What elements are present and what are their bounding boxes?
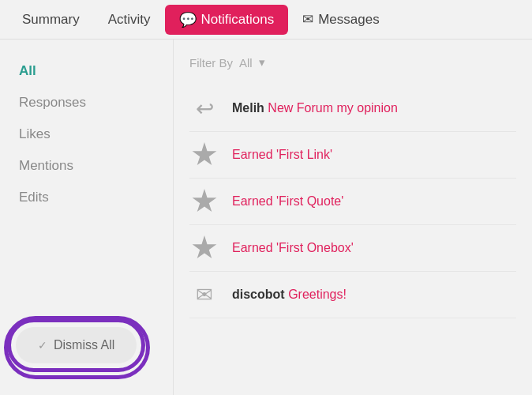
top-nav: Summary Activity 💬 Notifications ✉ Messa…: [0, 0, 532, 40]
reply-icon: [189, 93, 219, 123]
dismiss-all-label: Dismiss All: [54, 338, 114, 352]
sidebar: All Responses Likes Mentions Edits ✓ Dis…: [0, 40, 174, 395]
notification-discobot[interactable]: ✉ discobot Greetings!: [189, 272, 516, 318]
badge-icon-1: [189, 140, 219, 170]
notification-badge-first-quote[interactable]: Earned 'First Quote': [189, 179, 516, 225]
discobot-message: Greetings!: [288, 288, 347, 301]
tab-summary[interactable]: Summary: [8, 6, 94, 34]
notif-forum-text: New Forum my opinion: [268, 101, 398, 115]
notification-reply[interactable]: Melih New Forum my opinion: [189, 85, 516, 132]
notif-badge-text-1: Earned 'First Link': [232, 148, 332, 162]
sidebar-item-responses[interactable]: Responses: [0, 87, 173, 118]
sidebar-item-all[interactable]: All: [0, 55, 173, 87]
dismiss-all-button[interactable]: ✓ Dismiss All: [16, 327, 137, 363]
star-shape-icon-3: [192, 235, 217, 261]
notif-reply-text: Melih New Forum my opinion: [232, 101, 398, 115]
tab-notifications[interactable]: 💬 Notifications: [165, 5, 289, 35]
envelope-shape-icon: ✉: [196, 283, 213, 307]
notification-badge-first-link[interactable]: Earned 'First Link': [189, 132, 516, 179]
filter-dropdown-icon[interactable]: ▾: [259, 55, 265, 70]
notif-badge-label-2: Earned 'First Quote': [232, 194, 343, 208]
messages-label: Messages: [318, 12, 379, 28]
notif-badge-text-3: Earned 'First Onebox': [232, 241, 354, 255]
tab-activity[interactable]: Activity: [94, 6, 165, 34]
sidebar-item-edits[interactable]: Edits: [0, 182, 173, 213]
notifications-content: Filter By All ▾ Melih New Forum my opini…: [174, 40, 532, 395]
notif-discobot-text: discobot Greetings!: [232, 288, 347, 302]
notification-badge-first-onebox[interactable]: Earned 'First Onebox': [189, 225, 516, 272]
summary-label: Summary: [22, 12, 80, 28]
notif-badge-text-2: Earned 'First Quote': [232, 194, 343, 209]
notif-badge-label-3: Earned 'First Onebox': [232, 241, 354, 254]
envelope-icon: ✉: [189, 280, 219, 310]
notif-badge-label-1: Earned 'First Link': [232, 148, 332, 161]
checkmark-icon: ✓: [38, 339, 47, 352]
activity-label: Activity: [108, 12, 151, 28]
tab-messages[interactable]: ✉ Messages: [288, 5, 393, 34]
star-shape-icon: [192, 142, 217, 167]
star-shape-icon-2: [192, 189, 217, 214]
sidebar-item-likes[interactable]: Likes: [0, 118, 173, 150]
filter-value[interactable]: All: [239, 56, 253, 70]
badge-icon-2: [189, 186, 219, 216]
filter-by-label: Filter By: [189, 56, 233, 70]
main-layout: All Responses Likes Mentions Edits ✓ Dis…: [0, 40, 532, 395]
dismiss-all-wrapper: ✓ Dismiss All: [16, 327, 137, 363]
filter-bar: Filter By All ▾: [189, 55, 516, 70]
notif-username: Melih: [232, 101, 264, 115]
sidebar-item-mentions[interactable]: Mentions: [0, 150, 173, 182]
envelope-nav-icon: ✉: [302, 11, 313, 28]
badge-icon-3: [189, 233, 219, 263]
chat-bubble-icon: 💬: [179, 11, 197, 28]
notifications-label: Notifications: [201, 12, 275, 28]
discobot-username: discobot: [232, 288, 285, 301]
